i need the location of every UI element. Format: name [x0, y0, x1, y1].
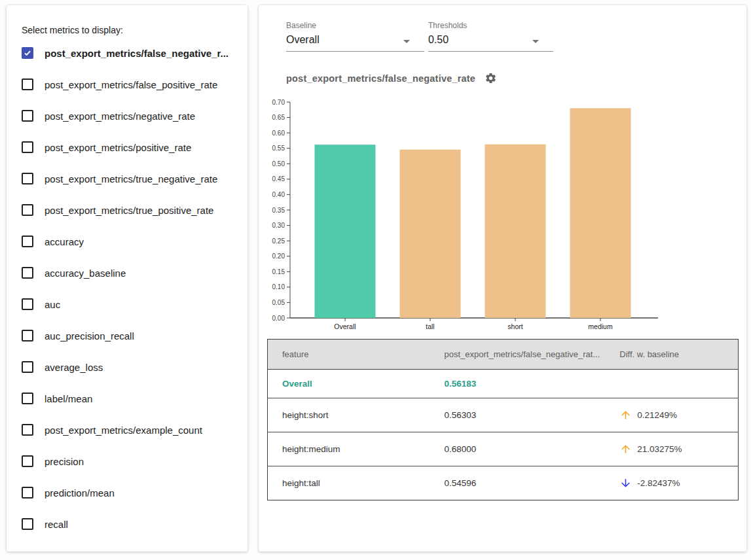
diff-value: 21.03275%: [637, 444, 682, 454]
metric-picker-title: Select metrics to display:: [7, 5, 247, 35]
y-axis-tick-label: 0.25: [272, 237, 285, 245]
x-axis-tick-label: Overall: [334, 323, 356, 330]
checkbox-icon[interactable]: [22, 393, 33, 404]
metric-label: post_export_metrics/positive_rate: [45, 142, 191, 153]
checkbox-icon[interactable]: [22, 141, 33, 153]
col-header-metric: post_export_metrics/false_negative_rat..…: [430, 340, 606, 370]
metric-checkbox-item[interactable]: precision: [7, 446, 247, 477]
metric-value-cell: 0.56183: [430, 370, 606, 398]
metric-label: recall: [45, 519, 68, 530]
feature-cell: height:tall: [268, 466, 430, 500]
metric-label: accuracy_baseline: [45, 268, 126, 279]
metric-checkbox-item[interactable]: post_export_metrics/false_positive_rate: [7, 69, 247, 100]
metric-checkbox-item[interactable]: label/mean: [7, 383, 247, 414]
checkbox-icon[interactable]: [22, 330, 33, 341]
y-axis-tick-label: 0.05: [272, 299, 285, 306]
bar-chart: 0.000.050.100.150.200.250.300.350.400.45…: [259, 97, 746, 336]
y-axis-tick-label: 0.15: [272, 268, 285, 275]
metrics-table: feature post_export_metrics/false_negati…: [267, 339, 739, 500]
checkbox-icon[interactable]: [22, 110, 33, 122]
checkbox-checked-icon[interactable]: [22, 47, 33, 59]
arrow-up-icon: [619, 443, 632, 455]
metric-label: auc: [45, 299, 60, 310]
feature-cell: height:short: [268, 398, 430, 432]
y-axis-tick-label: 0.45: [272, 175, 285, 183]
metric-label: accuracy: [45, 236, 84, 247]
y-axis-tick-label: 0.60: [272, 130, 285, 137]
baseline-select-label: Baseline: [286, 21, 424, 30]
diff-cell: -2.82437%: [605, 466, 738, 500]
metric-checkbox-item[interactable]: accuracy_baseline: [7, 257, 247, 289]
metric-checkbox-item[interactable]: auc_precision_recall: [7, 320, 247, 351]
bar-Overall[interactable]: [315, 145, 376, 318]
metric-picker-panel: Select metrics to display: post_export_m…: [7, 5, 247, 551]
metric-checkbox-item[interactable]: average_loss: [7, 351, 247, 383]
bar-short[interactable]: [485, 145, 546, 318]
checkbox-icon[interactable]: [22, 79, 33, 90]
baseline-select[interactable]: Baseline Overall: [286, 21, 424, 52]
checkbox-icon[interactable]: [22, 424, 33, 436]
x-axis-tick-label: tall: [426, 323, 434, 330]
settings-gear-icon[interactable]: [485, 72, 497, 84]
checkbox-icon[interactable]: [22, 298, 33, 310]
metric-checkbox-item[interactable]: post_export_metrics/example_count: [7, 414, 247, 446]
col-header-feature: feature: [268, 340, 430, 370]
metric-checkbox-item[interactable]: post_export_metrics/negative_rate: [7, 100, 247, 131]
metric-label: precision: [45, 456, 84, 467]
metric-label: post_export_metrics/example_count: [45, 425, 202, 436]
arrow-down-icon: [619, 477, 632, 489]
table-row: height:tall0.54596-2.82437%: [268, 466, 739, 500]
checkbox-icon[interactable]: [22, 173, 33, 184]
thresholds-select[interactable]: Thresholds 0.50: [428, 21, 553, 52]
metric-checkbox-item[interactable]: post_export_metrics/false_negative_r...: [7, 37, 247, 69]
feature-cell: Overall: [268, 370, 430, 398]
y-axis-tick-label: 0.50: [272, 160, 285, 167]
checkbox-icon[interactable]: [22, 518, 33, 530]
chevron-down-icon: [403, 40, 410, 43]
diff-cell: 21.03275%: [605, 432, 738, 466]
metric-checkbox-item[interactable]: recall: [7, 508, 247, 540]
metric-value-cell: 0.56303: [430, 398, 606, 432]
y-axis-tick-label: 0.30: [272, 222, 285, 229]
bar-medium[interactable]: [570, 108, 631, 318]
checkbox-icon[interactable]: [22, 455, 33, 467]
y-axis-tick-label: 0.70: [272, 99, 285, 106]
metric-label: post_export_metrics/true_positive_rate: [45, 205, 213, 216]
y-axis-tick-label: 0.65: [272, 114, 285, 121]
table-body: Overall0.56183height:short0.563030.21249…: [268, 370, 739, 500]
chevron-down-icon: [532, 40, 539, 43]
metric-checkbox-item[interactable]: post_export_metrics/true_positive_rate: [7, 194, 247, 226]
table-row: Overall0.56183: [268, 370, 739, 398]
metric-label: average_loss: [45, 362, 103, 373]
feature-cell: height:medium: [268, 432, 430, 466]
metric-label: post_export_metrics/false_negative_r...: [45, 48, 229, 59]
x-axis-tick-label: short: [507, 323, 522, 330]
checkbox-icon[interactable]: [22, 204, 33, 216]
metric-checkbox-item[interactable]: post_export_metrics/true_negative_rate: [7, 163, 247, 194]
metric-checkbox-item[interactable]: prediction/mean: [7, 477, 247, 508]
thresholds-select-label: Thresholds: [428, 21, 553, 30]
checkbox-icon[interactable]: [22, 267, 33, 279]
diff-cell: [605, 370, 738, 398]
table-header-row: feature post_export_metrics/false_negati…: [268, 340, 739, 370]
metric-label: post_export_metrics/true_negative_rate: [45, 173, 217, 184]
col-header-diff: Diff. w. baseline: [605, 340, 738, 370]
bar-tall[interactable]: [400, 150, 461, 318]
metric-label: prediction/mean: [45, 487, 115, 499]
metric-checkbox-item[interactable]: accuracy: [7, 226, 247, 257]
checkbox-icon[interactable]: [22, 487, 33, 499]
checkbox-icon[interactable]: [22, 361, 33, 373]
metric-label: auc_precision_recall: [45, 330, 134, 341]
y-axis-tick-label: 0.40: [272, 191, 285, 198]
diff-cell: 0.21249%: [605, 398, 738, 432]
metrics-panel: Baseline Overall Thresholds 0.50 post_ex…: [259, 5, 746, 551]
diff-value: -2.82437%: [637, 478, 680, 488]
checkbox-icon[interactable]: [22, 236, 33, 247]
y-axis-tick-label: 0.10: [272, 283, 285, 290]
y-axis-tick-label: 0.20: [272, 253, 285, 260]
metric-value-cell: 0.54596: [430, 466, 606, 500]
metric-checkbox-item[interactable]: post_export_metrics/positive_rate: [7, 131, 247, 163]
diff-value: 0.21249%: [637, 410, 677, 420]
metric-label: post_export_metrics/false_positive_rate: [45, 79, 217, 90]
metric-checkbox-item[interactable]: auc: [7, 289, 247, 320]
